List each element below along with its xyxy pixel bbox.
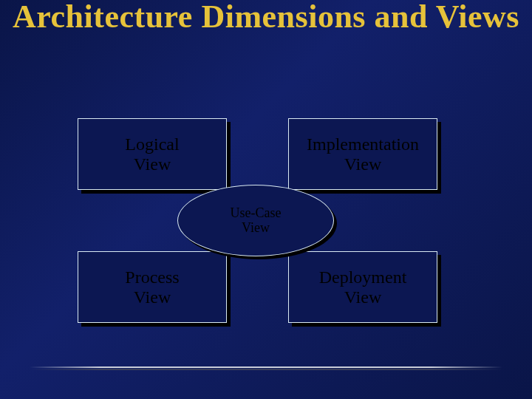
title-line-2: and Views bbox=[374, 0, 519, 35]
box-label: DeploymentView bbox=[319, 267, 407, 307]
box-deployment-view: DeploymentView bbox=[288, 251, 437, 323]
ellipse-label: Use-CaseView bbox=[231, 206, 282, 236]
box-logical-view: LogicalView bbox=[78, 118, 227, 190]
title-line-1: Architecture Dimensions bbox=[13, 0, 366, 35]
slide-title: Architecture Dimensions and Views bbox=[0, 0, 532, 34]
box-label: ProcessView bbox=[125, 267, 179, 307]
slide: Architecture Dimensions and Views Logica… bbox=[0, 0, 532, 399]
box-implementation-view: ImplementationView bbox=[288, 118, 437, 190]
box-label: ImplementationView bbox=[307, 134, 419, 174]
box-label: LogicalView bbox=[125, 134, 179, 174]
box-process-view: ProcessView bbox=[78, 251, 227, 323]
decorative-underline bbox=[30, 366, 502, 368]
ellipse-use-case-view: Use-CaseView bbox=[177, 185, 334, 256]
